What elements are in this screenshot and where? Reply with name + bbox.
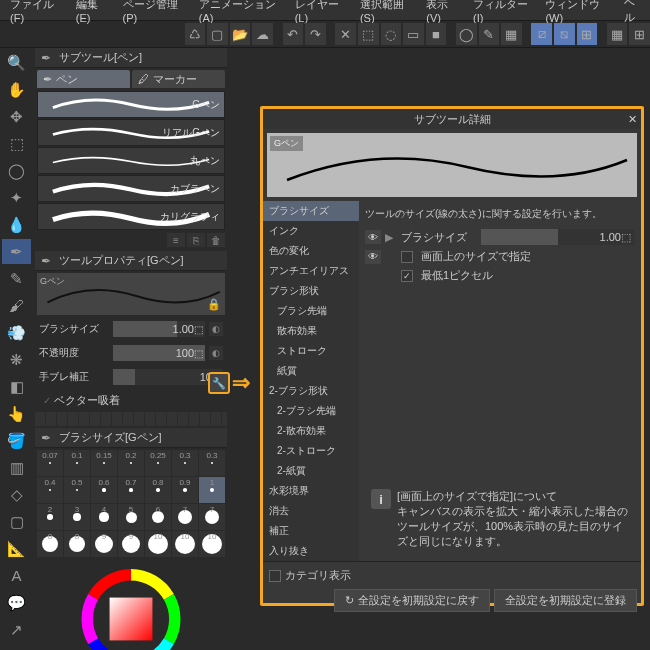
brush-item[interactable]: カリグラフィ — [37, 203, 225, 230]
size-cell[interactable]: 0.5 — [64, 477, 90, 503]
size-cell[interactable]: 0.9 — [172, 477, 198, 503]
wrench-button[interactable]: 🔧 — [208, 372, 230, 394]
menu-view[interactable]: 表示(V) — [420, 0, 465, 26]
tb-rect-icon[interactable]: ▭ — [403, 23, 424, 45]
size-cell[interactable]: 9 — [118, 531, 144, 557]
category-item[interactable]: 2-ストローク — [263, 441, 359, 461]
category-item[interactable]: アンチエイリアス — [263, 261, 359, 281]
size-cell[interactable]: 7 — [199, 504, 225, 530]
menu-filter[interactable]: フィルター(I) — [467, 0, 537, 26]
tb-fill-icon[interactable]: ■ — [426, 23, 447, 45]
eye-icon[interactable]: 👁 — [365, 230, 381, 244]
tool-frame-icon[interactable]: ▢ — [2, 509, 31, 534]
size-cell[interactable]: 10 — [199, 531, 225, 557]
tb-app-icon[interactable]: ⊞ — [629, 23, 650, 45]
tb-open-icon[interactable]: 📂 — [230, 23, 251, 45]
menu-select[interactable]: 選択範囲(S) — [354, 0, 418, 26]
tool-eraser-icon[interactable]: ◧ — [2, 374, 31, 399]
category-item[interactable]: 2-紙質 — [263, 461, 359, 481]
copy-icon[interactable]: ⎘ — [187, 233, 205, 247]
tb-new-icon[interactable]: ▢ — [207, 23, 228, 45]
tool-wand-icon[interactable]: ✦ — [2, 185, 31, 210]
category-item[interactable]: 紙質 — [263, 361, 359, 381]
size-slider[interactable]: 1.00⬚ — [113, 321, 205, 337]
size-cell[interactable]: 0.6 — [91, 477, 117, 503]
dynamics-icon[interactable]: ◐ — [209, 346, 223, 360]
tool-lasso-icon[interactable]: ◯ — [2, 158, 31, 183]
size-cell[interactable]: 10 — [145, 531, 171, 557]
brush-item[interactable]: 丸ペン — [37, 147, 225, 174]
size-cell[interactable]: 9 — [91, 531, 117, 557]
tb-circle-icon[interactable]: ◯ — [456, 23, 477, 45]
tb-layer-icon[interactable]: ▦ — [501, 23, 522, 45]
size-cell[interactable]: 0.7 — [118, 477, 144, 503]
tool-blend-icon[interactable]: 👆 — [2, 401, 31, 426]
size-cell[interactable]: 8 — [37, 531, 63, 557]
size-cell[interactable]: 0.07 — [37, 450, 63, 476]
size-cell[interactable]: 8 — [64, 531, 90, 557]
dialog-titlebar[interactable]: サブツール詳細 ✕ — [263, 109, 641, 129]
size-cell[interactable]: 0.4 — [37, 477, 63, 503]
tool-text-icon[interactable]: A — [2, 563, 31, 588]
menu-icon[interactable]: ≡ — [167, 233, 185, 247]
tool-hand-icon[interactable]: ✋ — [2, 77, 31, 102]
tb-select-icon[interactable]: ⬚ — [358, 23, 379, 45]
tb-snap2-icon[interactable]: ⧅ — [554, 23, 575, 45]
size-cell[interactable]: 0.8 — [145, 477, 171, 503]
vector-snap[interactable]: ✓ ベクター吸着 — [35, 389, 227, 412]
size-cell[interactable]: 3 — [64, 504, 90, 530]
tb-snap1-icon[interactable]: ⧄ — [531, 23, 552, 45]
category-item[interactable]: 補正 — [263, 521, 359, 541]
tool-pen-icon[interactable]: ✒ — [2, 239, 31, 264]
category-item[interactable]: 色の変化 — [263, 241, 359, 261]
tool-balloon-icon[interactable]: 💬 — [2, 590, 31, 615]
brush-item[interactable]: Gペン — [37, 91, 225, 118]
size-cell[interactable]: 7 — [172, 504, 198, 530]
tb-recycle-icon[interactable]: ♺ — [185, 23, 206, 45]
tool-brush-icon[interactable]: 🖌 — [2, 293, 31, 318]
tb-redo-icon[interactable]: ↷ — [305, 23, 326, 45]
category-item[interactable]: 水彩境界 — [263, 481, 359, 501]
tool-correct-icon[interactable]: ↗ — [2, 617, 31, 642]
tb-grid-icon[interactable]: ▦ — [607, 23, 628, 45]
category-item[interactable]: ストローク — [263, 341, 359, 361]
menu-file[interactable]: ファイル(F) — [4, 0, 68, 26]
tb-pen-icon[interactable]: ✎ — [479, 23, 500, 45]
brush-item[interactable]: カブラペン — [37, 175, 225, 202]
tb-loading-icon[interactable]: ◌ — [381, 23, 402, 45]
menu-edit[interactable]: 編集(E) — [70, 0, 115, 26]
tool-marquee-icon[interactable]: ⬚ — [2, 131, 31, 156]
tool-fill-icon[interactable]: 🪣 — [2, 428, 31, 453]
tool-airbrush-icon[interactable]: 💨 — [2, 320, 31, 345]
size-cell[interactable]: 0.3 — [172, 450, 198, 476]
close-icon[interactable]: ✕ — [628, 113, 637, 126]
tab-marker[interactable]: 🖊マーカー — [132, 70, 225, 88]
tb-undo-icon[interactable]: ↶ — [283, 23, 304, 45]
menu-layer[interactable]: レイヤー(L) — [289, 0, 352, 26]
category-item[interactable]: 2-ブラシ形状 — [263, 381, 359, 401]
register-button[interactable]: 全設定を初期設定に登録 — [494, 589, 637, 612]
menu-window[interactable]: ウィンドウ(W) — [539, 0, 616, 26]
color-wheel[interactable] — [61, 569, 201, 650]
size-cell[interactable]: 0.1 — [64, 450, 90, 476]
tb-save-icon[interactable]: ☁ — [252, 23, 273, 45]
checkbox[interactable] — [401, 251, 413, 263]
tool-ruler-icon[interactable]: 📐 — [2, 536, 31, 561]
size-cell[interactable]: 0.25 — [145, 450, 171, 476]
category-item[interactable]: 2-散布効果 — [263, 421, 359, 441]
size-cell[interactable]: 10 — [172, 531, 198, 557]
tab-pen[interactable]: ✒ペン — [37, 70, 130, 88]
size-cell[interactable]: 0.2 — [118, 450, 144, 476]
tb-snap3-icon[interactable]: ⊞ — [577, 23, 598, 45]
menu-page[interactable]: ページ管理(P) — [117, 0, 191, 26]
brush-item[interactable]: リアルGペン — [37, 119, 225, 146]
category-item[interactable]: 消去 — [263, 501, 359, 521]
expand-icon[interactable]: ▶ — [385, 231, 397, 244]
tool-move-icon[interactable]: ✥ — [2, 104, 31, 129]
category-item[interactable]: ブラシ先端 — [263, 301, 359, 321]
dynamics-icon[interactable]: ◐ — [209, 322, 223, 336]
category-item[interactable]: ブラシ形状 — [263, 281, 359, 301]
size-cell[interactable]: 6 — [145, 504, 171, 530]
checkbox[interactable] — [269, 570, 281, 582]
reset-button[interactable]: ↻全設定を初期設定に戻す — [334, 589, 490, 612]
